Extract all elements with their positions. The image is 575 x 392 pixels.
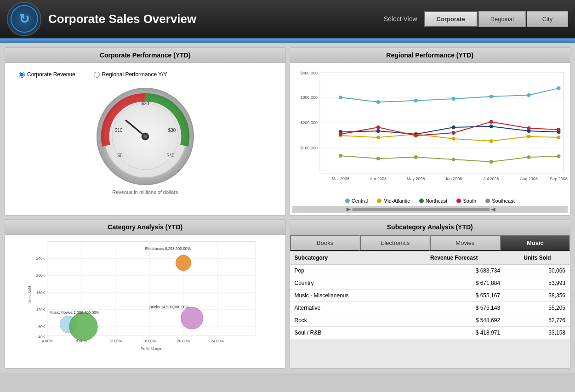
svg-text:Jun 2008: Jun 2008 (445, 176, 462, 181)
legend-midatlantic: Mid-Atlantic (377, 198, 410, 204)
svg-point-57 (451, 158, 455, 161)
svg-point-91 (69, 312, 97, 341)
corporate-performance-body: Corporate Revenue Regional Performance Y… (5, 63, 285, 215)
subcategory-analysis-panel: Subcategory Analysis (YTD) Books Electro… (290, 219, 571, 369)
svg-point-29 (451, 97, 455, 101)
svg-point-28 (414, 99, 417, 102)
view-btn-corporate[interactable]: Corporate (424, 11, 478, 27)
gauge: $0 $10 $20 $30 $40 (95, 86, 196, 187)
legend-southeast: Southeast (485, 198, 515, 204)
gauge-note: Revenue in millions of dollars (112, 189, 178, 195)
cell-subcategory: Alternative (290, 302, 404, 314)
svg-point-32 (557, 86, 560, 90)
svg-point-51 (489, 120, 493, 124)
cell-revenue: $ 548,692 (403, 314, 505, 327)
svg-text:20.00%: 20.00% (177, 339, 190, 343)
svg-point-26 (338, 96, 342, 99)
svg-point-44 (489, 125, 493, 128)
legend-southeast-label: Southeast (492, 198, 515, 204)
cell-units: 52,776 (505, 314, 570, 327)
svg-text:$40: $40 (166, 153, 174, 158)
bubble-chart: 240K 200K 160K 120K 80K 40K Units Sold 4… (10, 239, 281, 354)
gauge-container: $0 $10 $20 $30 $40 R (95, 86, 196, 195)
radio-regional-perf[interactable]: Regional Performance Y/Y (94, 71, 167, 78)
svg-point-39 (557, 136, 560, 139)
category-analysis-panel: Category Analysis (YTD) (5, 219, 286, 369)
svg-text:80K: 80K (38, 324, 45, 329)
col-subcategory: Subcategory (290, 251, 404, 265)
subcategory-analysis-header: Subcategory Analysis (YTD) (290, 220, 570, 235)
svg-text:Sep 2008: Sep 2008 (550, 176, 567, 181)
table-row: Music - Miscellaneous $ 655,167 38,356 (290, 290, 570, 302)
tab-movies[interactable]: Movies (430, 235, 500, 251)
svg-point-58 (489, 160, 493, 164)
svg-text:120K: 120K (36, 307, 46, 312)
tab-electronics[interactable]: Electronics (360, 235, 430, 251)
tab-books[interactable]: Books (290, 235, 360, 251)
svg-text:200K: 200K (36, 273, 46, 278)
svg-point-56 (414, 155, 417, 159)
svg-text:$200,000: $200,000 (300, 120, 317, 125)
svg-text:Jul 2008: Jul 2008 (483, 176, 499, 181)
svg-text:$400,000: $400,000 (300, 71, 317, 75)
svg-point-52 (527, 126, 530, 130)
svg-text:Mar 2008: Mar 2008 (331, 176, 349, 181)
svg-point-55 (376, 157, 380, 160)
svg-text:Apr 2008: Apr 2008 (370, 176, 386, 181)
chart-scrollbar[interactable] (292, 206, 568, 213)
regional-performance-header: Regional Performance (YTD) (290, 48, 570, 63)
table-row: Soul / R&B $ 418,971 33,158 (290, 327, 570, 339)
svg-text:4.00%: 4.00% (42, 339, 53, 343)
corporate-performance-panel: Corporate Performance (YTD) Corporate Re… (5, 47, 286, 216)
cell-units: 55,205 (505, 302, 570, 314)
svg-text:Profit Margin: Profit Margin (141, 347, 163, 351)
cell-units: 33,158 (505, 327, 570, 339)
cell-subcategory: Soul / R&B (290, 327, 404, 339)
cell-units: 50,066 (505, 265, 570, 277)
table-row: Alternative $ 575,143 55,205 (290, 302, 570, 314)
radio-corporate-revenue[interactable]: Corporate Revenue (19, 71, 75, 78)
svg-point-34 (376, 136, 380, 139)
svg-point-49 (414, 134, 417, 137)
view-btn-city[interactable]: City (527, 11, 568, 27)
svg-rect-62 (352, 208, 490, 211)
svg-text:$0: $0 (117, 153, 123, 158)
svg-point-30 (489, 95, 493, 98)
svg-point-10 (143, 135, 147, 138)
svg-point-92 (176, 255, 191, 270)
svg-text:$20: $20 (141, 101, 149, 106)
tab-music[interactable]: Music (500, 235, 570, 251)
subcategory-tab-bar: Books Electronics Movies Music (290, 235, 570, 251)
category-analysis-body: 240K 200K 160K 120K 80K 40K Units Sold 4… (5, 235, 285, 368)
cell-subcategory: Pop (290, 265, 404, 277)
svg-text:$10: $10 (114, 128, 122, 133)
svg-point-50 (451, 131, 455, 135)
legend-midatlantic-label: Mid-Atlantic (383, 198, 410, 204)
svg-text:16.00%: 16.00% (143, 339, 156, 343)
regional-performance-panel: Regional Performance (YTD) $400,000 $300… (290, 47, 571, 216)
view-btn-regional[interactable]: Regional (478, 11, 526, 27)
svg-text:12.00%: 12.00% (109, 339, 122, 343)
svg-text:Electronics 6,293,900.00%: Electronics 6,293,900.00% (145, 246, 191, 251)
separator-bar (0, 39, 575, 43)
svg-text:160K: 160K (36, 290, 46, 295)
svg-text:Aug 2008: Aug 2008 (520, 176, 537, 181)
regional-performance-body: $400,000 $300,000 $200,000 $100,000 Mar … (290, 63, 570, 215)
table-row: Country $ 671,884 53,993 (290, 277, 570, 290)
cell-revenue: $ 655,167 (403, 290, 505, 302)
cell-revenue: $ 671,884 (403, 277, 505, 290)
subcategory-analysis-body: Books Electronics Movies Music Subcatego… (290, 235, 570, 339)
svg-point-41 (376, 129, 380, 133)
legend-northeast: Northeast (419, 198, 448, 204)
svg-point-43 (451, 125, 455, 129)
col-units: Units Sold (505, 251, 570, 265)
radio-group: Corporate Revenue Regional Performance Y… (10, 68, 281, 81)
legend-northeast-label: Northeast (426, 198, 448, 204)
svg-text:Units Sold: Units Sold (28, 286, 32, 303)
svg-point-36 (451, 137, 455, 141)
select-view-label: Select View (384, 15, 417, 23)
svg-point-37 (489, 139, 493, 143)
cell-subcategory: Rock (290, 314, 404, 327)
category-analysis-header: Category Analysis (YTD) (5, 220, 285, 235)
legend-south: South (456, 198, 476, 204)
